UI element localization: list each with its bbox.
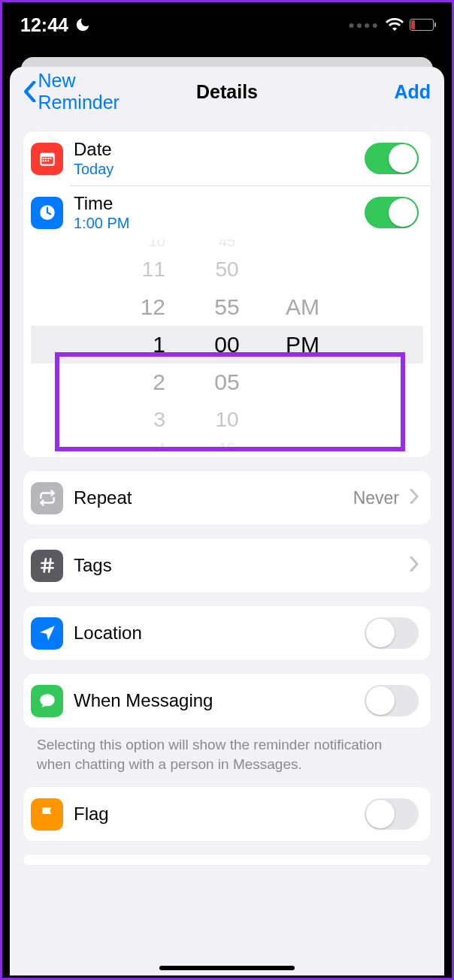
repeat-row[interactable]: Repeat Never: [23, 471, 431, 525]
flag-row[interactable]: Flag: [23, 787, 431, 841]
picker-value: 10: [149, 240, 165, 251]
add-button[interactable]: Add: [295, 81, 431, 103]
next-group-peek: [23, 855, 431, 865]
time-label: Time: [74, 193, 354, 214]
messaging-toggle[interactable]: [365, 685, 419, 716]
picker-value: AM: [286, 288, 319, 326]
page-title: Details: [159, 81, 295, 103]
svg-rect-6: [50, 158, 51, 159]
tags-label: Tags: [74, 555, 399, 576]
svg-line-13: [44, 559, 45, 571]
calendar-icon: [31, 143, 63, 175]
date-label: Date: [74, 139, 354, 160]
picker-value: 10: [215, 401, 238, 439]
tags-group: Tags: [23, 538, 431, 593]
picker-value: 2: [153, 363, 165, 401]
clock-icon: [31, 197, 63, 229]
picker-value: 4: [157, 439, 165, 450]
picker-value: 3: [153, 401, 165, 439]
date-toggle[interactable]: [365, 143, 419, 174]
messaging-row[interactable]: When Messaging: [23, 674, 431, 728]
picker-minutes-col[interactable]: 45 50 55 00 05 10 15: [204, 240, 250, 450]
location-arrow-icon: [31, 617, 63, 650]
svg-rect-3: [42, 158, 44, 159]
picker-ampm-col[interactable]: AM PM: [286, 240, 331, 450]
datetime-group: Date Today Time 1:00 PM: [23, 131, 431, 457]
cellular-dots-icon: ●●●●: [348, 19, 380, 31]
time-row[interactable]: Time 1:00 PM: [23, 185, 431, 240]
repeat-label: Repeat: [74, 487, 343, 508]
flag-group: Flag: [23, 787, 431, 841]
wifi-icon: [386, 16, 404, 34]
svg-rect-8: [44, 160, 46, 161]
picker-value: [286, 240, 290, 251]
back-button[interactable]: New Reminder: [23, 70, 159, 113]
tags-row[interactable]: Tags: [23, 538, 431, 593]
svg-line-14: [49, 559, 50, 571]
hash-icon: [31, 550, 63, 582]
repeat-value: Never: [353, 488, 399, 508]
picker-value: PM: [286, 326, 319, 363]
messages-icon: [31, 685, 63, 717]
messaging-label: When Messaging: [74, 690, 354, 711]
picker-value: 00: [214, 326, 239, 363]
messaging-group: When Messaging: [23, 674, 431, 728]
svg-rect-7: [42, 160, 44, 161]
svg-rect-9: [47, 160, 49, 161]
location-row[interactable]: Location: [23, 606, 431, 660]
picker-value: 1: [153, 326, 165, 363]
home-indicator[interactable]: [159, 966, 295, 970]
picker-value: 05: [214, 363, 239, 401]
repeat-group: Repeat Never: [23, 471, 431, 525]
location-toggle[interactable]: [365, 617, 419, 649]
time-value: 1:00 PM: [74, 215, 354, 232]
chevron-right-icon: [410, 556, 419, 574]
chevron-left-icon: [23, 81, 37, 102]
picker-value: 50: [215, 251, 238, 288]
flag-label: Flag: [74, 804, 354, 825]
details-sheet: New Reminder Details Add Date Today: [10, 67, 444, 975]
picker-value: [286, 401, 292, 439]
picker-value: 12: [141, 288, 165, 326]
dnd-moon-icon: [74, 17, 91, 33]
date-row[interactable]: Date Today: [23, 131, 431, 185]
date-value: Today: [74, 161, 354, 178]
picker-value: [286, 439, 290, 450]
time-toggle[interactable]: [365, 197, 419, 228]
location-label: Location: [74, 623, 354, 644]
flag-icon: [31, 798, 63, 831]
svg-rect-5: [47, 158, 49, 159]
status-bar: 12:44 ●●●●: [2, 2, 452, 47]
time-picker[interactable]: 10 11 12 1 2 3 4 45 50 55 00: [31, 240, 423, 450]
flag-toggle[interactable]: [365, 798, 419, 830]
picker-value: [286, 251, 292, 288]
status-time: 12:44: [20, 14, 68, 36]
battery-icon: [410, 19, 434, 31]
chevron-right-icon: [410, 489, 419, 507]
svg-rect-4: [44, 158, 46, 159]
picker-value: 55: [214, 288, 239, 326]
nav-bar: New Reminder Details Add: [10, 67, 444, 116]
picker-value: [286, 363, 292, 401]
location-group: Location: [23, 606, 431, 660]
messaging-footer: Selecting this option will show the remi…: [23, 728, 431, 773]
picker-hours-col[interactable]: 10 11 12 1 2 3 4: [123, 240, 168, 450]
repeat-icon: [31, 482, 63, 514]
picker-value: 45: [219, 240, 235, 251]
picker-value: 11: [142, 251, 165, 288]
back-label: New Reminder: [38, 70, 159, 113]
picker-value: 15: [219, 439, 235, 450]
